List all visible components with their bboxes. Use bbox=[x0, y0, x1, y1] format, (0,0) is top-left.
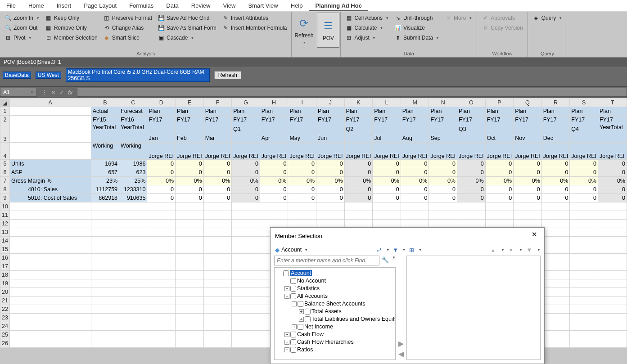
zoom-out-button[interactable]: 🔍Zoom Out bbox=[3, 23, 41, 32]
tree-node[interactable]: Total Assets bbox=[311, 308, 342, 315]
cell[interactable]: 0% bbox=[598, 177, 627, 185]
cell[interactable]: 0 bbox=[147, 168, 176, 177]
cell[interactable]: Units bbox=[9, 160, 91, 168]
cell[interactable]: Jorge REI bbox=[344, 143, 373, 160]
cell[interactable] bbox=[541, 245, 570, 254]
cell[interactable] bbox=[176, 245, 204, 254]
cell[interactable] bbox=[119, 305, 147, 314]
cell[interactable] bbox=[147, 279, 176, 288]
cell[interactable]: 623 bbox=[119, 168, 147, 177]
cell[interactable]: Jorge REI bbox=[541, 143, 570, 160]
cell[interactable]: Q4 bbox=[570, 124, 598, 134]
cell[interactable] bbox=[9, 116, 91, 124]
cell[interactable]: FY17 bbox=[203, 116, 232, 124]
cell[interactable] bbox=[232, 314, 260, 322]
cell[interactable]: 0 bbox=[288, 194, 316, 202]
cell[interactable]: YearTotal bbox=[91, 124, 119, 143]
cell[interactable]: 0 bbox=[485, 185, 514, 194]
cell[interactable]: 0 bbox=[598, 194, 627, 202]
cell[interactable] bbox=[288, 202, 316, 211]
cell[interactable]: Plan bbox=[541, 107, 570, 116]
cell[interactable] bbox=[91, 237, 119, 245]
cell[interactable] bbox=[9, 271, 91, 279]
cell[interactable]: Apr bbox=[260, 134, 288, 143]
cell[interactable] bbox=[316, 124, 345, 134]
row-header[interactable]: 19 bbox=[0, 279, 10, 288]
cell[interactable] bbox=[9, 314, 91, 322]
cell[interactable] bbox=[570, 314, 598, 322]
row-header[interactable]: 9 bbox=[0, 194, 10, 202]
cell[interactable] bbox=[260, 124, 288, 134]
cell[interactable]: 0 bbox=[147, 185, 176, 194]
cell[interactable]: 0 bbox=[344, 194, 373, 202]
cell[interactable] bbox=[9, 107, 91, 116]
accept-formula-icon[interactable]: ✓ bbox=[59, 89, 64, 96]
cell[interactable] bbox=[9, 220, 91, 228]
cell[interactable]: 5010: Cost of Sales bbox=[9, 194, 91, 202]
cell[interactable] bbox=[119, 271, 147, 279]
row-header[interactable]: 6 bbox=[0, 168, 10, 177]
cell[interactable] bbox=[514, 220, 542, 228]
cell[interactable]: 23% bbox=[91, 177, 119, 185]
cell[interactable] bbox=[570, 254, 598, 262]
cell[interactable] bbox=[344, 134, 373, 143]
pov-chip-uswest[interactable]: US West bbox=[36, 72, 61, 79]
cell[interactable] bbox=[570, 339, 598, 348]
cell[interactable] bbox=[232, 271, 260, 279]
cell[interactable] bbox=[570, 271, 598, 279]
tree-node[interactable]: All Accounts bbox=[297, 293, 328, 299]
cell[interactable] bbox=[232, 245, 260, 254]
tree-checkbox[interactable] bbox=[290, 278, 296, 284]
cell[interactable]: 0 bbox=[373, 185, 401, 194]
cell[interactable]: FY17 bbox=[316, 116, 345, 124]
cell[interactable] bbox=[598, 322, 627, 331]
cell[interactable]: 0 bbox=[401, 168, 429, 177]
row-header[interactable]: 2 bbox=[0, 116, 10, 124]
col-header[interactable]: E bbox=[176, 99, 204, 107]
cell[interactable] bbox=[119, 245, 147, 254]
cell[interactable]: Jorge REI bbox=[514, 143, 542, 160]
pov-chip-basedata[interactable]: BaseData bbox=[3, 72, 31, 79]
cell[interactable] bbox=[570, 228, 598, 237]
submit-data-button[interactable]: ⬆Submit Data▼ bbox=[392, 33, 441, 42]
cell[interactable] bbox=[91, 262, 119, 271]
cell[interactable] bbox=[232, 288, 260, 297]
cell[interactable] bbox=[91, 297, 119, 305]
cell[interactable] bbox=[570, 331, 598, 339]
cell[interactable]: Q2 bbox=[344, 124, 373, 134]
row-header[interactable]: 21 bbox=[0, 297, 10, 305]
cell[interactable]: 0 bbox=[316, 185, 345, 194]
cell[interactable]: 0 bbox=[344, 185, 373, 194]
cell[interactable]: FY17 bbox=[401, 116, 429, 124]
cell[interactable]: Jorge REI bbox=[598, 143, 627, 160]
cell[interactable] bbox=[203, 220, 232, 228]
cell[interactable]: 0 bbox=[541, 160, 570, 168]
cell[interactable]: 0 bbox=[260, 160, 288, 168]
cell[interactable] bbox=[232, 322, 260, 331]
cell[interactable]: 0 bbox=[203, 194, 232, 202]
drill-through-button[interactable]: ↘Drill-through bbox=[392, 13, 441, 22]
cell[interactable]: 0 bbox=[598, 185, 627, 194]
cell[interactable] bbox=[119, 211, 147, 220]
cell[interactable]: 0 bbox=[485, 168, 514, 177]
tree-node[interactable]: Cash Flow bbox=[297, 331, 324, 337]
cell[interactable]: 0% bbox=[344, 177, 373, 185]
cell[interactable]: FY17 bbox=[288, 116, 316, 124]
cell[interactable] bbox=[514, 124, 542, 134]
col-header[interactable]: N bbox=[429, 99, 457, 107]
cell[interactable]: 0 bbox=[147, 194, 176, 202]
cell[interactable]: Working bbox=[119, 143, 147, 160]
cell[interactable]: 0 bbox=[373, 168, 401, 177]
cell[interactable] bbox=[147, 202, 176, 211]
row-header[interactable]: 7 bbox=[0, 177, 10, 185]
cell[interactable] bbox=[570, 220, 598, 228]
cell[interactable] bbox=[119, 288, 147, 297]
move-down-icon[interactable]: ▾ bbox=[507, 246, 515, 254]
cell[interactable] bbox=[9, 237, 91, 245]
cell[interactable]: 0 bbox=[147, 160, 176, 168]
cell[interactable] bbox=[598, 271, 627, 279]
cell[interactable] bbox=[232, 297, 260, 305]
cell[interactable] bbox=[119, 254, 147, 262]
cell[interactable] bbox=[176, 322, 204, 331]
row-header[interactable]: 4 bbox=[0, 143, 10, 160]
